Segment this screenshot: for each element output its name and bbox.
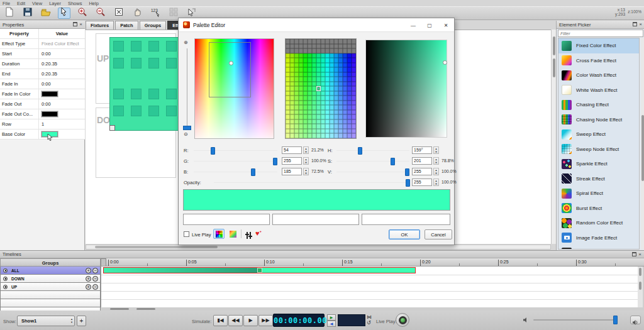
palette-cell[interactable] [325,114,330,119]
palette-cell[interactable] [330,133,334,138]
palette-cell[interactable] [352,105,356,110]
palette-cell[interactable] [352,77,356,82]
palette-cell[interactable] [321,77,325,82]
palette-cell[interactable] [312,114,316,119]
palette-cell[interactable] [294,119,299,124]
fixture-cell[interactable] [113,106,124,116]
slider-value-input[interactable]: 54 [282,146,302,154]
ruler-grip[interactable] [101,258,106,267]
fixture-cell[interactable] [148,41,159,52]
palette-cell[interactable] [316,105,321,110]
scrollbar-thumb[interactable] [553,58,555,77]
palette-cell[interactable] [343,48,347,53]
palette-cell[interactable] [352,53,356,58]
effect-item[interactable]: Sweep Node Effect [558,142,639,157]
palette-cell[interactable] [312,105,316,110]
palette-cell[interactable] [321,133,325,138]
fixture-cell[interactable] [131,41,142,52]
palette-cell[interactable] [303,124,308,129]
palette-cell[interactable] [334,58,338,63]
palette-cell[interactable] [334,91,338,96]
palette-cell[interactable] [286,105,290,110]
scrollbar-thumb[interactable] [553,36,555,55]
palette-cell[interactable] [308,58,312,63]
palette-cell[interactable] [316,86,321,91]
property-row[interactable]: Fade In0:00 [0,79,85,89]
palette-cell[interactable] [303,48,308,53]
palette-cell[interactable] [286,53,290,58]
hue-marker[interactable] [229,61,233,65]
tab-groups[interactable]: Groups [140,21,167,30]
palette-cell[interactable] [334,110,338,115]
palette-cell[interactable] [290,119,294,124]
resize-handle[interactable] [109,125,115,131]
palette-cell[interactable] [347,86,352,91]
scrollbar-thumb[interactable] [639,282,641,290]
palette-cell[interactable] [312,53,316,58]
slider-handle[interactable] [211,147,215,155]
numbering-tool-button[interactable]: 123 [149,8,162,19]
palette-cell[interactable] [299,44,303,49]
palette-cell[interactable] [312,96,316,101]
palette-cell[interactable] [330,129,334,134]
palette-cell[interactable] [299,105,303,110]
timeline-hscroll-thumb[interactable] [110,308,129,310]
add-icon[interactable]: + [86,284,91,290]
palette-cell[interactable] [347,72,352,77]
palette-cell[interactable] [316,72,321,77]
visibility-icon[interactable] [3,285,8,289]
zoom-in-tool-button[interactable] [76,8,89,19]
palette-cell[interactable] [334,96,338,101]
palette-cell[interactable] [316,44,321,49]
palette-cell[interactable] [334,72,338,77]
zoom-out-icon[interactable]: ⊖ [184,131,188,137]
palette-cell[interactable] [308,77,312,82]
menu-item-help[interactable]: Help [89,1,98,6]
palette-cell[interactable] [294,67,299,72]
palette-cell[interactable] [352,86,356,91]
palette-cell[interactable] [330,91,334,96]
palette-cell[interactable] [347,77,352,82]
palette-cell[interactable] [308,63,312,68]
palette-cell[interactable] [299,58,303,63]
float-panel-icon[interactable] [73,22,77,26]
palette-cell[interactable] [330,119,334,124]
palette-cell[interactable] [303,129,308,134]
effect-item[interactable]: Sweep Effect [558,127,639,142]
palette-cell[interactable] [308,44,312,49]
palette-cell[interactable] [299,91,303,96]
palette-cell[interactable] [286,58,290,63]
close-button[interactable]: ✕ [438,18,454,32]
slider-handle[interactable] [391,158,395,165]
palette-cell[interactable] [303,101,308,106]
palette-cell[interactable] [312,133,316,138]
palette-cell[interactable] [352,58,356,63]
palette-cell[interactable] [343,58,347,63]
palette-cell[interactable] [299,119,303,124]
spinner-arrows-icon[interactable]: ▲▼ [303,146,309,154]
palette-cell[interactable] [312,82,316,87]
palette-cell[interactable] [325,48,330,53]
group-row-up[interactable]: UP+− [0,283,101,291]
palette-cell[interactable] [308,110,312,115]
palette-cell[interactable] [338,101,343,106]
palette-cell[interactable] [308,72,312,77]
slider-value-input[interactable]: 159° [412,146,432,154]
palette-cell[interactable] [286,67,290,72]
palette-cell[interactable] [299,96,303,101]
fixture-cell[interactable] [166,58,177,69]
slider-value-input[interactable]: 255 [412,179,432,186]
add-show-button[interactable]: + [77,316,86,326]
palette-cell[interactable] [352,48,356,53]
show-selector[interactable]: Show1 ▲▼ [17,316,75,326]
palette-cell[interactable] [338,129,343,134]
palette-cell[interactable] [338,44,343,49]
palette-cell[interactable] [308,91,312,96]
palette-cell[interactable] [321,72,325,77]
property-row[interactable]: Row1 [0,119,85,129]
palette-cell[interactable] [303,110,308,115]
palette-cell[interactable] [347,101,352,106]
palette-cell[interactable] [325,44,330,49]
palette-cell[interactable] [294,39,299,44]
volume-slider-handle[interactable] [613,316,618,324]
